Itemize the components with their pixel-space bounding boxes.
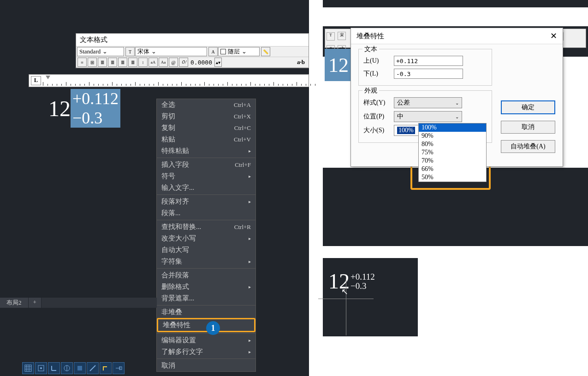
ok-button[interactable]: 确定: [501, 100, 555, 114]
size-option-50[interactable]: 50%: [419, 173, 486, 182]
result-tolerance: +0.112 −0.3: [350, 272, 375, 291]
osnap-icon[interactable]: [74, 362, 86, 374]
ruler[interactable]: L: [29, 74, 309, 87]
numeric-value: 0.0000: [189, 59, 214, 66]
align-icon-3[interactable]: ≣: [98, 58, 107, 67]
style-select[interactable]: 公差⌄: [394, 97, 462, 108]
menu-paste-special[interactable]: 特殊粘贴▸: [157, 145, 255, 157]
cancel-button[interactable]: 取消: [501, 121, 555, 134]
snap-icon[interactable]: [35, 362, 47, 374]
context-menu: 全选Ctrl+A 剪切Ctrl+X 复制Ctrl+C 粘贴Ctrl+V 特殊粘贴…: [156, 99, 256, 372]
cursor-icon: ↖: [341, 287, 348, 297]
lower-input[interactable]: [394, 69, 463, 79]
menu-bg-mask[interactable]: 背景遮罩...: [157, 293, 255, 304]
svg-point-6: [40, 367, 42, 369]
menu-editor-settings[interactable]: 编辑器设置▸: [157, 335, 255, 346]
menu-sep: [157, 358, 255, 359]
style-row: 样式(Y) 公差⌄: [363, 97, 487, 108]
menu-select-all[interactable]: 全选Ctrl+A: [157, 99, 255, 111]
size-option-70[interactable]: 70%: [419, 157, 486, 165]
style-label: 样式(Y): [363, 99, 394, 107]
toolbar-song-icon: 宋: [338, 32, 346, 40]
align-icon-4[interactable]: ≣: [108, 58, 117, 67]
smallcaps-icon[interactable]: Aa: [159, 58, 168, 67]
text-format-toolbar: 文本格式 Standard⌄ T 宋体⌄ A 随层⌄ 📏 ≡ ⊞ ≣ ≣ ≣ ≣…: [76, 33, 309, 68]
menu-cut[interactable]: 剪切Ctrl+X: [157, 111, 255, 122]
text-legend: 文本: [362, 45, 379, 53]
menu-paste[interactable]: 粘贴Ctrl+V: [157, 134, 255, 145]
selected-12-preview: 12: [325, 49, 352, 81]
menu-symbols[interactable]: 符号▸: [157, 170, 255, 182]
text-editor-area[interactable]: 12+0.112−0.3: [48, 89, 120, 128]
status-bar-icons: [22, 362, 125, 374]
dyn-icon[interactable]: [113, 362, 125, 374]
annotative-icon[interactable]: A: [208, 47, 218, 56]
spacing-icon[interactable]: ↕: [138, 58, 148, 67]
svg-rect-9: [77, 366, 82, 370]
caps-icon[interactable]: aA: [148, 58, 158, 67]
menu-learn-mtext[interactable]: 了解多行文字▸: [157, 346, 255, 358]
menu-sep: [157, 194, 255, 195]
tab-add[interactable]: +: [29, 298, 42, 308]
otrack-icon[interactable]: [87, 362, 99, 374]
dialog-title: 堆叠特性: [356, 32, 384, 41]
size-option-80[interactable]: 80%: [419, 140, 486, 148]
color-select[interactable]: 随层⌄: [218, 47, 260, 56]
auto-stack-button[interactable]: 自动堆叠(A): [501, 140, 555, 153]
text-format-row2: ≡ ⊞ ≣ ≣ ≣ ≣ ↕ aA Aa @ Ｏ/ 0.0000 ▴▾ a·b: [76, 57, 309, 68]
symbol-icon[interactable]: @: [169, 58, 178, 67]
polar-icon[interactable]: [61, 362, 73, 374]
menu-auto-caps[interactable]: 自动大写: [157, 244, 255, 256]
menu-paragraph[interactable]: 段落...: [157, 207, 255, 219]
dialog-buttons: 确定 取消 自动堆叠(A): [501, 100, 555, 153]
menu-cancel[interactable]: 取消: [157, 360, 255, 371]
menu-find-replace[interactable]: 查找和替换...Ctrl+R: [157, 221, 255, 233]
ruler-icon[interactable]: 📏: [261, 47, 270, 56]
menu-charset[interactable]: 字符集▸: [157, 256, 255, 267]
align-icon-2[interactable]: ⊞: [88, 58, 97, 67]
menu-sep: [157, 158, 255, 158]
result-preview: 12 +0.112 −0.3 ↖: [323, 258, 418, 336]
upper-row: 上(U): [363, 56, 487, 66]
main-text[interactable]: 12: [48, 96, 71, 121]
dynucs-icon[interactable]: [100, 362, 112, 374]
chevron-down-icon: ⌄: [455, 100, 459, 106]
text-fieldset: 文本 上(U) 下(L): [358, 49, 492, 86]
menu-para-align[interactable]: 段落对齐▸: [157, 196, 255, 207]
toolbar-font-icon[interactable]: T: [327, 32, 335, 41]
align-icon-5[interactable]: ≣: [118, 58, 127, 67]
grid-icon[interactable]: [22, 362, 34, 374]
result-text: 12 +0.112 −0.3: [328, 269, 375, 294]
font-select[interactable]: 宋体⌄: [135, 47, 207, 56]
menu-merge-para[interactable]: 合并段落: [157, 270, 255, 281]
tab-layout2[interactable]: 布局2: [0, 298, 29, 308]
stepper-icon[interactable]: ▴▾: [214, 58, 222, 67]
close-button[interactable]: ✕: [550, 31, 557, 41]
size-option-66[interactable]: 66%: [419, 165, 486, 173]
menu-insert-field[interactable]: 插入字段Ctrl+F: [157, 159, 255, 170]
ruler-origin[interactable]: L: [31, 76, 41, 85]
top-dark-strip: [323, 0, 588, 7]
size-option-90[interactable]: 90%: [419, 132, 486, 140]
selected-tolerance[interactable]: +0.112−0.3: [71, 89, 120, 128]
tolerance-upper: +0.112: [71, 89, 120, 108]
menu-input-text[interactable]: 输入文字...: [157, 182, 255, 194]
menu-change-case[interactable]: 改变大小写▸: [157, 233, 255, 244]
size-label: 大小(S): [363, 126, 394, 135]
text-format-title: 文本格式: [76, 34, 309, 47]
ortho-icon[interactable]: [48, 362, 60, 374]
tolerance-lower: −0.3: [71, 108, 120, 128]
align-icon-6[interactable]: ≣: [128, 58, 137, 67]
menu-copy[interactable]: 复制Ctrl+C: [157, 122, 255, 134]
size-option-100[interactable]: 100%: [419, 123, 486, 132]
upper-input[interactable]: [394, 56, 463, 66]
position-select[interactable]: 中⌄: [394, 111, 462, 122]
text-format-row1: Standard⌄ T 宋体⌄ A 随层⌄ 📏: [76, 47, 309, 57]
oblique-icon[interactable]: Ｏ/: [179, 58, 188, 67]
style-select[interactable]: Standard⌄: [77, 47, 124, 56]
align-icon-1[interactable]: ≡: [77, 58, 87, 67]
menu-delete-format[interactable]: 删除格式▸: [157, 281, 255, 293]
menu-unstack[interactable]: 非堆叠: [157, 306, 255, 318]
svg-line-10: [90, 365, 95, 371]
size-option-75[interactable]: 75%: [419, 148, 486, 157]
